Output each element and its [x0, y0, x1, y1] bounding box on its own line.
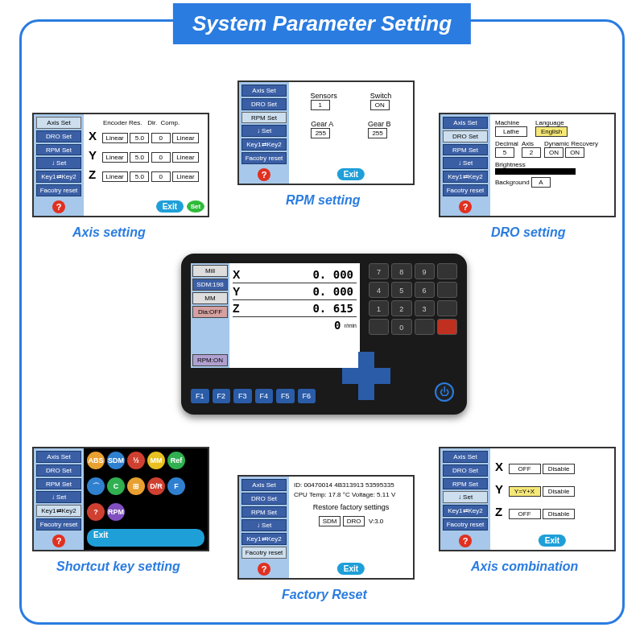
key-3[interactable]: 3: [415, 300, 435, 316]
sc-abs-icon[interactable]: ABS: [87, 452, 105, 469]
sc-sdm-icon[interactable]: SDM: [107, 452, 125, 469]
sidebar-axis-set[interactable]: Axis Set: [443, 451, 488, 463]
gearb-field[interactable]: 255: [368, 128, 387, 138]
combo-y-enable[interactable]: Disable: [543, 486, 575, 497]
brightness-slider[interactable]: [495, 168, 576, 175]
sidebar-axis-set[interactable]: Axis Set: [242, 85, 287, 97]
sensors-field[interactable]: 1: [311, 100, 330, 110]
sidebar-key-swap[interactable]: Key1⇄Key2: [36, 505, 81, 517]
help-icon[interactable]: ?: [52, 200, 65, 213]
z-type[interactable]: Linear: [102, 171, 128, 182]
x-dir[interactable]: 0: [151, 133, 171, 143]
sidebar-axis-set[interactable]: Axis Set: [443, 117, 488, 129]
z-dir[interactable]: 0: [151, 171, 171, 182]
sidebar-factory-reset[interactable]: Facotry reset: [36, 518, 81, 530]
dpad-up[interactable]: [358, 352, 374, 368]
sidebar-axis-set[interactable]: Axis Set: [242, 479, 287, 491]
sidebar-dro-set[interactable]: DRO Set: [242, 98, 287, 110]
sc-dr-icon[interactable]: D/R: [147, 477, 165, 495]
key-blank[interactable]: [415, 319, 435, 335]
key-blank[interactable]: [369, 319, 389, 335]
dev-dia[interactable]: Dia:OFF: [192, 306, 228, 318]
combo-x-formula[interactable]: OFF: [509, 464, 541, 474]
sidebar-set[interactable]: ↓ Set: [242, 125, 287, 137]
sc-grid-icon[interactable]: ⊞: [127, 477, 145, 495]
sidebar-rpm-set[interactable]: RPM Set: [36, 144, 81, 156]
f6-key[interactable]: F6: [298, 389, 316, 403]
help-icon[interactable]: ?: [52, 535, 65, 547]
key-4[interactable]: 4: [369, 282, 389, 298]
sidebar-rpm-set[interactable]: RPM Set: [36, 478, 81, 490]
key-5[interactable]: 5: [391, 282, 411, 298]
dev-rpm[interactable]: RPM:ON: [192, 354, 228, 366]
y-dir[interactable]: 0: [151, 152, 171, 163]
power-button[interactable]: ⏻: [435, 382, 454, 402]
dpad-left[interactable]: [342, 368, 358, 384]
key-7[interactable]: 7: [369, 263, 389, 279]
sc-half-icon[interactable]: ½: [127, 452, 145, 469]
y-type[interactable]: Linear: [102, 152, 128, 163]
sc-rpm-icon[interactable]: RPM: [107, 503, 125, 521]
machine-field[interactable]: Lathe: [495, 126, 527, 137]
combo-x-enable[interactable]: Disable: [543, 464, 575, 474]
combo-z-enable[interactable]: Disable: [543, 509, 575, 519]
z-comp[interactable]: Linear: [172, 171, 198, 182]
exit-button[interactable]: Exit: [87, 529, 204, 547]
sidebar-factory-reset[interactable]: Facotry reset: [443, 518, 488, 530]
combo-z-formula[interactable]: OFF: [509, 509, 541, 519]
sidebar-dro-set[interactable]: DRO Set: [36, 130, 81, 142]
dpad-right[interactable]: [374, 368, 390, 384]
sidebar-dro-set[interactable]: DRO Set: [443, 464, 488, 477]
exit-button[interactable]: Exit: [539, 535, 566, 547]
sc-ref-icon[interactable]: Ref: [167, 452, 185, 469]
f4-key[interactable]: F4: [255, 389, 274, 403]
help-icon[interactable]: ?: [258, 168, 270, 181]
y-comp[interactable]: Linear: [172, 152, 198, 163]
set-button[interactable]: Set: [187, 200, 204, 213]
sidebar-set[interactable]: ↓ Set: [36, 491, 81, 503]
help-icon[interactable]: ?: [459, 535, 472, 547]
sidebar-set[interactable]: ↓ Set: [36, 157, 81, 169]
x-comp[interactable]: Linear: [172, 133, 198, 143]
dev-mm[interactable]: MM: [192, 292, 228, 304]
y-res[interactable]: 5.0: [130, 152, 149, 163]
dynrec1-field[interactable]: ON: [544, 147, 564, 158]
help-icon[interactable]: ?: [258, 563, 270, 576]
sidebar-set[interactable]: ↓ Set: [242, 519, 287, 531]
sidebar-axis-set[interactable]: Axis Set: [36, 451, 81, 463]
sidebar-factory-reset[interactable]: Facotry reset: [242, 152, 287, 164]
sc-c-icon[interactable]: C: [107, 477, 125, 495]
sidebar-key-swap[interactable]: Key1⇄Key2: [443, 171, 488, 183]
sidebar-factory-reset[interactable]: Facotry reset: [443, 184, 488, 196]
dev-mill[interactable]: Mill: [192, 265, 228, 277]
x-res[interactable]: 5.0: [130, 133, 149, 143]
f5-key[interactable]: F5: [276, 389, 295, 403]
key-1[interactable]: 1: [369, 300, 389, 316]
sidebar-set[interactable]: ↓ Set: [443, 491, 488, 503]
sc-f-icon[interactable]: F: [167, 477, 185, 495]
key-8[interactable]: 8: [391, 263, 411, 279]
sidebar-rpm-set[interactable]: RPM Set: [242, 112, 287, 124]
key-0[interactable]: 0: [391, 319, 411, 335]
key-blank[interactable]: [437, 300, 457, 316]
sidebar-factory-reset[interactable]: Facotry reset: [36, 184, 81, 196]
decimal-field[interactable]: 5: [495, 147, 514, 158]
sdm-button[interactable]: SDM: [319, 516, 341, 526]
key-6[interactable]: 6: [415, 282, 435, 298]
f2-key[interactable]: F2: [213, 389, 231, 403]
sidebar-dro-set[interactable]: DRO Set: [443, 130, 488, 142]
lang-field[interactable]: English: [535, 126, 568, 137]
sc-help-icon[interactable]: ?: [87, 503, 105, 521]
sidebar-axis-set[interactable]: Axis Set: [36, 117, 81, 129]
sidebar-key-swap[interactable]: Key1⇄Key2: [242, 533, 287, 545]
axiscount-field[interactable]: 2: [522, 147, 541, 158]
z-res[interactable]: 5.0: [130, 171, 149, 182]
sc-arc-icon[interactable]: ⌒: [87, 477, 105, 495]
help-icon[interactable]: ?: [459, 200, 472, 213]
sidebar-key-swap[interactable]: Key1⇄Key2: [443, 505, 488, 517]
key-9[interactable]: 9: [415, 263, 435, 279]
dpad-center[interactable]: [358, 368, 374, 384]
sidebar-rpm-set[interactable]: RPM Set: [242, 506, 287, 518]
dynrec2-field[interactable]: ON: [565, 147, 584, 158]
sidebar-rpm-set[interactable]: RPM Set: [443, 144, 488, 156]
